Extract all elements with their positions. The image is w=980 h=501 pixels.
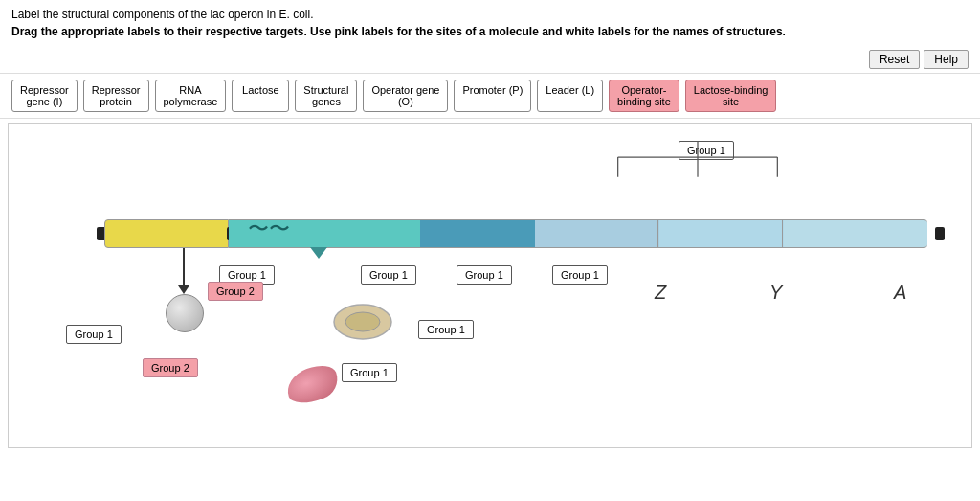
dna-segment-light-blue3 [784,219,927,248]
label-repressor-gene[interactable]: Repressor gene (I) [11,80,78,112]
label-operator-binding[interactable]: Operator- binding site [609,80,679,112]
dna-segment-teal: 〜〜 [229,219,420,248]
diagram-area: Group 1 〜〜 [8,123,972,448]
label-leader[interactable]: Leader (L) [537,80,603,112]
group2-label-1[interactable]: Group 2 [208,282,263,301]
dna-segment-light-blue2 [659,219,784,248]
page-header: Label the structural components of the l… [0,0,980,46]
instruction2: Drag the appropriate labels to their res… [11,25,969,38]
reset-button[interactable]: Reset [869,50,920,69]
teal-arrow [310,247,327,259]
letter-z: Z [655,282,666,304]
toolbar: Reset Help [0,46,980,73]
bracket-group: Group 1 [554,133,841,181]
labels-row: Repressor gene (I) Repressor protein RNA… [0,73,980,119]
label-promoter[interactable]: Promoter (P) [454,80,531,112]
label-operator-gene[interactable]: Operator gene (O) [363,80,448,112]
binding-symbol: 〜〜 [248,218,290,239]
dna-segment-blue-teal [420,219,535,248]
group1-label-2[interactable]: Group 1 [361,265,416,285]
label-lactose[interactable]: Lactose [232,80,289,112]
repressor-protein-ball [166,294,204,332]
dna-segment-yellow [104,219,229,248]
pink-ellipse-shape [282,360,344,410]
dna-strand: 〜〜 Group 1 Group 1 Group 1 Group 1 Z Y A [104,219,937,248]
letter-a: A [894,282,906,304]
instruction1: Label the structural components of the l… [11,8,969,21]
dna-right-cap [935,227,945,240]
bracket-svg [554,133,841,181]
group2-label-2[interactable]: Group 2 [143,358,198,377]
label-structural-genes[interactable]: Structural genes [295,80,357,112]
svg-point-6 [345,312,380,331]
lactose-molecule [332,301,394,344]
dna-segment-light-blue1 [535,219,659,248]
letter-y: Y [769,282,782,304]
label-repressor-protein[interactable]: Repressor protein [83,80,149,112]
group1-label-below[interactable]: Group 1 [342,363,397,382]
down-arrow [183,248,185,286]
group1-label-left[interactable]: Group 1 [66,325,122,344]
group1-label-3[interactable]: Group 1 [457,265,512,285]
help-button[interactable]: Help [924,50,969,69]
divider2 [782,219,783,248]
label-rna-polymerase[interactable]: RNA polymerase [155,80,227,112]
group1-label-4[interactable]: Group 1 [552,265,608,285]
group1-label-lactose[interactable]: Group 1 [418,320,474,339]
label-lactose-binding[interactable]: Lactose-binding site [685,80,777,112]
divider1 [657,219,658,248]
